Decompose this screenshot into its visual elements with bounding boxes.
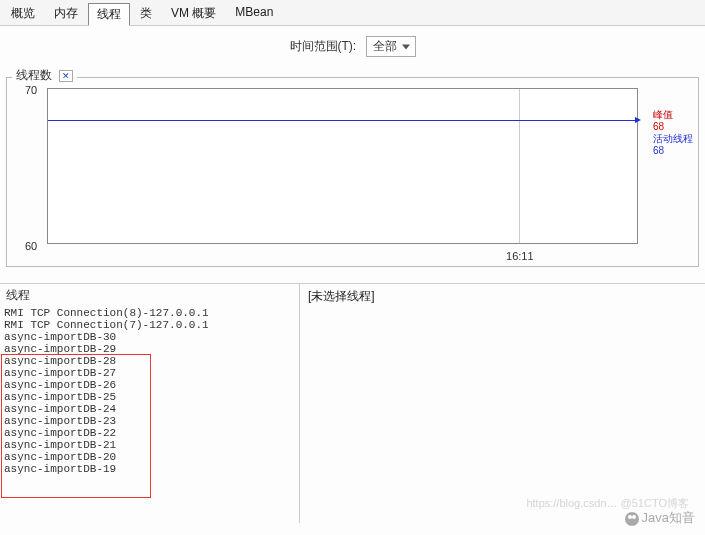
detail-placeholder: [未选择线程]: [308, 288, 697, 305]
legend-live-label: 活动线程: [653, 133, 693, 145]
thread-list[interactable]: RMI TCP Connection(8)-127.0.0.1RMI TCP C…: [0, 307, 299, 517]
thread-item[interactable]: async-importDB-27: [2, 367, 299, 379]
plot-area[interactable]: 峰值 68 活动线程 68: [47, 88, 638, 244]
thread-item[interactable]: async-importDB-25: [2, 391, 299, 403]
legend-peak-value: 68: [653, 121, 693, 133]
series-line-live: [48, 120, 637, 121]
tab-1[interactable]: 内存: [45, 2, 87, 25]
thread-item[interactable]: RMI TCP Connection(7)-127.0.0.1: [2, 319, 299, 331]
thread-item[interactable]: async-importDB-20: [2, 451, 299, 463]
xtick-1611: 16:11: [506, 250, 534, 262]
main-tabs: 概览内存线程类VM 概要MBean: [0, 0, 705, 26]
tab-3[interactable]: 类: [131, 2, 161, 25]
time-range-label: 时间范围(T):: [290, 39, 357, 53]
thread-item[interactable]: async-importDB-21: [2, 439, 299, 451]
thread-item[interactable]: async-importDB-19: [2, 463, 299, 475]
thread-detail-pane: [未选择线程]: [300, 284, 705, 523]
legend-live-value: 68: [653, 145, 693, 157]
tab-4[interactable]: VM 概要: [162, 2, 225, 25]
tab-2[interactable]: 线程: [88, 3, 130, 26]
chart-title: 线程数 ✕: [12, 67, 77, 84]
thread-item[interactable]: async-importDB-26: [2, 379, 299, 391]
thread-item[interactable]: async-importDB-23: [2, 415, 299, 427]
tab-5[interactable]: MBean: [226, 2, 282, 25]
thread-item[interactable]: async-importDB-24: [2, 403, 299, 415]
lower-split: 线程 RMI TCP Connection(8)-127.0.0.1RMI TC…: [0, 283, 705, 523]
thread-list-pane: 线程 RMI TCP Connection(8)-127.0.0.1RMI TC…: [0, 284, 300, 523]
thread-item[interactable]: async-importDB-28: [2, 355, 299, 367]
ytick-70: 70: [25, 84, 37, 96]
thread-item[interactable]: async-importDB-30: [2, 331, 299, 343]
thread-item[interactable]: async-importDB-29: [2, 343, 299, 355]
thread-list-title: 线程: [0, 284, 299, 307]
time-range-value: 全部: [373, 39, 397, 53]
thread-item[interactable]: RMI TCP Connection(8)-127.0.0.1: [2, 307, 299, 319]
chart-section: 线程数 ✕ 70 60 峰值 68 活动线程 68 16:11: [0, 67, 705, 267]
chart-collapse-icon[interactable]: ✕: [59, 70, 73, 82]
time-range-select[interactable]: 全部: [366, 36, 416, 57]
ytick-60: 60: [25, 240, 37, 252]
time-range-row: 时间范围(T): 全部: [0, 26, 705, 67]
tab-0[interactable]: 概览: [2, 2, 44, 25]
gridline-v: [519, 89, 520, 243]
chart-legend: 峰值 68 活动线程 68: [653, 109, 693, 157]
legend-peak-label: 峰值: [653, 109, 693, 121]
thread-item[interactable]: async-importDB-22: [2, 427, 299, 439]
chart-frame: 70 60 峰值 68 活动线程 68 16:11: [6, 77, 699, 267]
